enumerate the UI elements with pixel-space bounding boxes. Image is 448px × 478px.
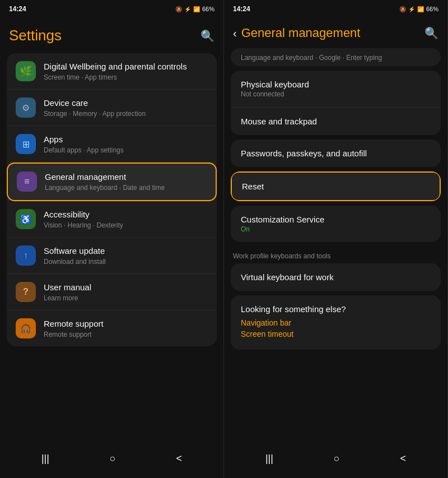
passwords-card: Passwords, passkeys, and autofill — [231, 140, 441, 167]
status-bar-left: 14:24 🔕 ⚡ 📶 66% — [0, 0, 223, 16]
general-management-text: General management Language and keyboard… — [45, 171, 207, 192]
nav-bar-left: ||| ○ < — [0, 442, 223, 478]
partial-top-item: Language and keyboard · Google · Enter t… — [231, 48, 441, 66]
accessibility-title: Accessibility — [44, 209, 208, 220]
settings-item-apps[interactable]: ⊞ Apps Default apps · App settings — [7, 126, 217, 163]
settings-content: Settings 🔍 🌿 Digital Wellbeing and paren… — [0, 16, 223, 442]
accessibility-subtitle: Vision · Hearing · Dexterity — [44, 221, 208, 229]
device-care-title: Device care — [44, 98, 208, 109]
user-manual-text: User manual Learn more — [44, 282, 208, 302]
physical-keyboard-item[interactable]: Physical keyboard Not connected — [231, 71, 441, 108]
reset-title: Reset — [242, 182, 430, 191]
recent-apps-button-right[interactable]: ||| — [254, 448, 284, 469]
device-care-icon: ⚙ — [16, 98, 36, 118]
device-care-subtitle: Storage · Memory · App protection — [44, 110, 208, 118]
software-update-subtitle: Download and install — [44, 258, 208, 266]
looking-card: Looking for something else? Navigation b… — [231, 295, 441, 350]
passwords-item[interactable]: Passwords, passkeys, and autofill — [231, 140, 441, 167]
customization-title: Customization Service — [241, 215, 431, 224]
settings-search-button[interactable]: 🔍 — [200, 29, 214, 43]
physical-keyboard-title: Physical keyboard — [241, 80, 431, 89]
wifi-icon: ⚡ — [184, 6, 191, 12]
reset-card: Reset — [231, 171, 441, 201]
gm-content: ‹ General management 🔍 Language and keyb… — [224, 16, 447, 442]
status-icons-right: 🔕 ⚡ 📶 66% — [399, 6, 438, 12]
battery-left: 66% — [202, 6, 214, 12]
keyboard-mouse-card: Physical keyboard Not connected Mouse an… — [231, 71, 441, 135]
screen-timeout-link[interactable]: Screen timeout — [241, 330, 431, 338]
apps-subtitle: Default apps · App settings — [44, 146, 208, 154]
physical-keyboard-subtitle: Not connected — [241, 90, 431, 98]
apps-icon: ⊞ — [16, 134, 36, 154]
virtual-keyboard-item[interactable]: Virtual keyboard for work — [231, 263, 441, 291]
back-button-right[interactable]: < — [389, 448, 418, 469]
customization-subtitle: On — [241, 225, 431, 233]
digital-wellbeing-subtitle: Screen time · App timers — [44, 73, 208, 81]
battery-right: 66% — [426, 6, 438, 12]
left-panel: 14:24 🔕 ⚡ 📶 66% Settings 🔍 🌿 Digital Wel… — [0, 0, 224, 478]
accessibility-text: Accessibility Vision · Hearing · Dexteri… — [44, 209, 208, 229]
reset-item[interactable]: Reset — [232, 173, 440, 200]
settings-item-remote-support[interactable]: 🎧 Remote support Remote support — [7, 310, 217, 346]
settings-header: Settings 🔍 — [7, 20, 217, 53]
gm-search-button[interactable]: 🔍 — [424, 26, 438, 40]
settings-item-accessibility[interactable]: ♿ Accessibility Vision · Hearing · Dexte… — [7, 201, 217, 238]
time-right: 14:24 — [233, 5, 250, 13]
general-management-subtitle: Language and keyboard · Date and time — [45, 184, 207, 192]
mouse-trackpad-title: Mouse and trackpad — [241, 117, 431, 126]
remote-support-icon: 🎧 — [16, 318, 36, 338]
software-update-text: Software update Download and install — [44, 245, 208, 266]
settings-item-user-manual[interactable]: ? User manual Learn more — [7, 274, 217, 310]
settings-card: 🌿 Digital Wellbeing and parental control… — [7, 53, 217, 346]
back-button[interactable]: < — [165, 448, 194, 469]
right-panel: 14:24 🔕 ⚡ 📶 66% ‹ General management 🔍 L… — [224, 0, 448, 478]
status-icons-left: 🔕 ⚡ 📶 66% — [175, 6, 214, 12]
accessibility-icon: ♿ — [16, 209, 36, 229]
gm-title: General management — [241, 26, 424, 40]
partial-text: Language and keyboard · Google · Enter t… — [241, 54, 431, 62]
apps-title: Apps — [44, 134, 208, 145]
signal-icon: 🔕 — [175, 6, 182, 12]
general-management-title: General management — [45, 171, 207, 183]
settings-title: Settings — [9, 27, 62, 44]
signal-bars-icon: 📶 — [193, 6, 200, 12]
apps-text: Apps Default apps · App settings — [44, 134, 208, 154]
device-care-text: Device care Storage · Memory · App prote… — [44, 98, 208, 118]
time-left: 14:24 — [9, 5, 26, 13]
settings-item-device-care[interactable]: ⚙ Device care Storage · Memory · App pro… — [7, 90, 217, 126]
navigation-bar-link[interactable]: Navigation bar — [241, 318, 431, 327]
user-manual-subtitle: Learn more — [44, 294, 208, 302]
gm-header: ‹ General management 🔍 — [231, 20, 441, 48]
settings-item-software-update[interactable]: ↑ Software update Download and install — [7, 238, 217, 274]
remote-support-subtitle: Remote support — [44, 331, 208, 338]
settings-item-general-management[interactable]: ≡ General management Language and keyboa… — [8, 164, 216, 200]
status-bar-right: 14:24 🔕 ⚡ 📶 66% — [224, 0, 447, 16]
passwords-title: Passwords, passkeys, and autofill — [241, 148, 431, 158]
user-manual-icon: ? — [16, 282, 36, 302]
virtual-keyboard-title: Virtual keyboard for work — [241, 272, 431, 282]
work-profile-label: Work profile keyboards and tools — [231, 247, 441, 263]
general-management-icon: ≡ — [17, 171, 37, 192]
digital-wellbeing-icon: 🌿 — [16, 61, 36, 81]
customization-card: Customization Service On — [231, 206, 441, 242]
digital-wellbeing-title: Digital Wellbeing and parental controls — [44, 61, 208, 72]
user-manual-title: User manual — [44, 282, 208, 293]
remote-support-title: Remote support — [44, 318, 208, 330]
back-arrow-button[interactable]: ‹ — [233, 27, 237, 40]
remote-support-text: Remote support Remote support — [44, 318, 208, 338]
home-button[interactable]: ○ — [99, 448, 127, 469]
nav-bar-right: ||| ○ < — [224, 442, 447, 478]
customization-item[interactable]: Customization Service On — [231, 206, 441, 242]
signal-bars-icon-right: 📶 — [417, 6, 424, 12]
mouse-trackpad-item[interactable]: Mouse and trackpad — [231, 108, 441, 135]
settings-item-digital-wellbeing[interactable]: 🌿 Digital Wellbeing and parental control… — [7, 53, 217, 90]
home-button-right[interactable]: ○ — [323, 448, 351, 469]
software-update-title: Software update — [44, 245, 208, 257]
software-update-icon: ↑ — [16, 245, 36, 266]
digital-wellbeing-text: Digital Wellbeing and parental controls … — [44, 61, 208, 81]
wifi-icon-right: ⚡ — [408, 6, 415, 12]
signal-icon-right: 🔕 — [399, 6, 406, 12]
looking-title: Looking for something else? — [241, 304, 431, 314]
virtual-keyboard-card: Virtual keyboard for work — [231, 263, 441, 291]
recent-apps-button[interactable]: ||| — [30, 448, 60, 469]
